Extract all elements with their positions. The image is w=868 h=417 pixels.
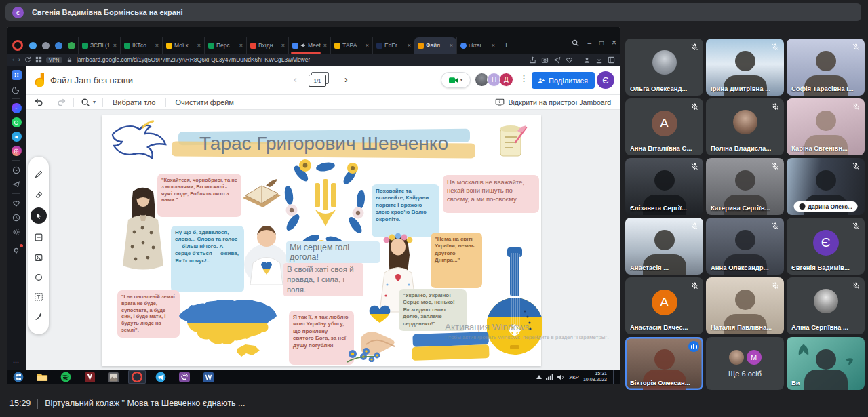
close-tab-icon[interactable]: × bbox=[323, 42, 327, 49]
maximize-button[interactable]: □ bbox=[599, 39, 604, 47]
share-page-icon[interactable] bbox=[529, 56, 536, 64]
player-icon[interactable] bbox=[12, 165, 22, 175]
participant-tile[interactable]: Дарина Олекс... bbox=[787, 158, 865, 215]
close-tab-icon[interactable]: × bbox=[408, 42, 411, 49]
shape-tool-icon[interactable] bbox=[33, 271, 45, 283]
new-tab-button[interactable]: + bbox=[498, 41, 514, 50]
close-tab-icon[interactable]: × bbox=[113, 42, 117, 49]
opera-taskbar-icon[interactable] bbox=[128, 370, 146, 384]
back-icon[interactable]: ‹ bbox=[12, 56, 14, 63]
start-button[interactable] bbox=[9, 370, 27, 384]
participant-tile[interactable]: Поліна Владисла... bbox=[706, 98, 784, 155]
browser-tab[interactable]: ТАРАС Ш× bbox=[330, 37, 372, 54]
sticky-note[interactable]: На москалів не вважайте, нехай вони пишу… bbox=[443, 175, 539, 213]
sticky-note[interactable]: "Нема на світі України, немає другого Дн… bbox=[431, 233, 482, 288]
sticky-note[interactable]: "Кохайтеся, чорнобриві, та не з москалям… bbox=[157, 174, 241, 217]
open-on-device-button[interactable]: Відкрити на пристрої Jamboard bbox=[495, 95, 611, 110]
send-to-device-icon[interactable] bbox=[553, 56, 561, 64]
browser-tab-active[interactable]: Файл Jam× bbox=[414, 37, 456, 54]
settings-gear-icon[interactable] bbox=[12, 226, 22, 237]
language-indicator[interactable]: УКР bbox=[569, 374, 579, 380]
image-tool-icon[interactable] bbox=[33, 252, 45, 264]
participant-tile[interactable]: Каріна Євгенівн... bbox=[787, 98, 865, 155]
clear-frame-button[interactable]: Очистити фрейм bbox=[173, 98, 237, 106]
pinned-tab-icon[interactable] bbox=[29, 42, 37, 49]
participant-tile[interactable]: Анастасія ... bbox=[625, 218, 703, 275]
opera-menu-icon[interactable] bbox=[12, 40, 23, 51]
redo-icon[interactable] bbox=[56, 97, 66, 107]
history-icon[interactable] bbox=[12, 212, 22, 222]
collaborator-avatar[interactable]: Д bbox=[499, 73, 513, 87]
speed-dial-icon[interactable] bbox=[35, 56, 42, 63]
browser-tab[interactable]: Мої курс× bbox=[162, 37, 204, 54]
participant-tile[interactable]: Ірина Дмитрівна ... bbox=[706, 39, 784, 96]
telegram-icon[interactable] bbox=[12, 132, 22, 142]
pinned-tab-icon[interactable] bbox=[55, 42, 62, 49]
zoom-icon[interactable] bbox=[81, 98, 90, 107]
browser-tab[interactable]: ЗСПІ (1× bbox=[78, 37, 120, 54]
meet-camera-button[interactable]: ▾ bbox=[441, 72, 471, 88]
close-tab-icon[interactable]: × bbox=[155, 42, 159, 49]
pinned-tab-icon[interactable] bbox=[68, 42, 75, 49]
reload-icon[interactable] bbox=[24, 56, 31, 63]
participant-tile[interactable]: Анна Олександр... bbox=[706, 218, 784, 275]
viber-icon[interactable] bbox=[176, 370, 193, 384]
minimize-button[interactable]: – bbox=[587, 39, 591, 47]
close-tab-icon[interactable]: × bbox=[197, 42, 201, 49]
close-tab-icon[interactable]: × bbox=[492, 42, 495, 49]
participant-tile[interactable]: Катерина Сергіїв... bbox=[706, 158, 784, 215]
select-background-button[interactable]: Вибрати тло bbox=[110, 98, 158, 106]
participant-tile[interactable]: Аліна Сергіївна ... bbox=[787, 277, 865, 334]
close-window-button[interactable]: × bbox=[612, 38, 616, 47]
close-tab-icon[interactable]: × bbox=[239, 42, 243, 49]
prev-frame-icon[interactable]: ‹ bbox=[294, 74, 297, 85]
close-tab-icon[interactable]: × bbox=[281, 42, 285, 49]
sticky-note-tool-icon[interactable] bbox=[33, 231, 45, 243]
volume-icon[interactable] bbox=[557, 374, 565, 380]
frame-counter[interactable]: 1/1 bbox=[307, 72, 332, 90]
profile-icon[interactable] bbox=[583, 56, 591, 64]
eraser-tool-icon[interactable] bbox=[33, 188, 45, 200]
instagram-icon[interactable] bbox=[12, 146, 22, 156]
vpn-badge[interactable]: VPN bbox=[46, 57, 62, 63]
word-icon[interactable] bbox=[199, 370, 217, 384]
jam-more-menu-icon[interactable]: ⋮ bbox=[519, 73, 528, 83]
browser-tab[interactable]: EdEra – с× bbox=[372, 37, 414, 54]
account-avatar[interactable]: Є bbox=[597, 71, 614, 89]
network-icon[interactable] bbox=[546, 374, 553, 380]
sidebar-more-icon[interactable]: ⋯ bbox=[13, 359, 20, 365]
whatsapp-icon[interactable] bbox=[12, 117, 22, 127]
forward-icon[interactable]: › bbox=[18, 56, 20, 63]
collage-caption[interactable]: Ми серцем голі догола! bbox=[286, 241, 380, 263]
download-icon[interactable] bbox=[595, 56, 603, 64]
browser-tab[interactable]: Вхідні (2)× bbox=[246, 37, 288, 54]
pinned-tab-icon[interactable] bbox=[42, 42, 50, 49]
explorer-icon[interactable] bbox=[33, 370, 51, 384]
photos-icon[interactable] bbox=[104, 370, 122, 384]
dark-mode-icon[interactable] bbox=[12, 84, 22, 94]
select-tool-icon[interactable] bbox=[31, 207, 47, 224]
participant-tile[interactable]: Ольга Олександ... bbox=[625, 39, 703, 96]
show-desktop-button[interactable] bbox=[613, 370, 616, 384]
browser-tab[interactable]: Персона× bbox=[204, 37, 246, 54]
participant-tile[interactable]: Є Євгенія Вадимів... bbox=[787, 218, 865, 275]
bookmark-heart-icon[interactable] bbox=[566, 56, 573, 64]
browser-tab[interactable]: ІКТсо (1× bbox=[120, 37, 162, 54]
tray-expand-icon[interactable] bbox=[536, 375, 542, 379]
sticky-note[interactable]: Ну що б, здавалося, слова... Слова та го… bbox=[171, 226, 244, 292]
share-button[interactable]: Поділитися bbox=[532, 72, 595, 89]
zoom-caret-icon[interactable]: ▾ bbox=[93, 99, 96, 105]
browser-tab-meet[interactable]: Meet × bbox=[288, 37, 330, 54]
participant-tile[interactable]: Єлізавета Сергії... bbox=[625, 158, 703, 215]
url-text[interactable]: jamboard.google.com/d/1yq5O9P7mZI7yARR8Q… bbox=[77, 56, 310, 63]
taskbar-clock[interactable]: 15:3110.03.2023 bbox=[583, 371, 607, 383]
textbox-tool-icon[interactable] bbox=[33, 291, 45, 303]
pen-tool-icon[interactable] bbox=[33, 168, 45, 180]
snapshot-icon[interactable] bbox=[541, 56, 549, 64]
search-tabs-icon[interactable] bbox=[572, 39, 579, 47]
workspace-icon[interactable] bbox=[12, 70, 22, 80]
flow-send-icon[interactable] bbox=[12, 179, 22, 189]
jam-file-title[interactable]: Файл Jam без назви bbox=[50, 75, 133, 85]
easy-setup-icon[interactable] bbox=[12, 245, 22, 256]
undo-icon[interactable] bbox=[34, 97, 44, 107]
